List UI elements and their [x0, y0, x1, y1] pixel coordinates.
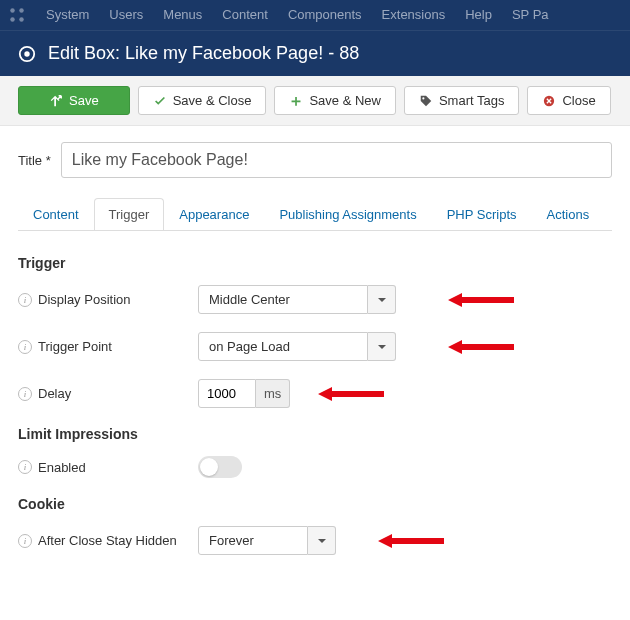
trigger-point-label: Trigger Point: [38, 339, 112, 354]
select-caret-button[interactable]: [368, 285, 396, 314]
svg-marker-9: [448, 340, 514, 354]
info-icon[interactable]: i: [18, 387, 32, 401]
close-label: Close: [562, 93, 595, 108]
svg-marker-11: [378, 534, 444, 548]
select-caret-button[interactable]: [368, 332, 396, 361]
svg-marker-10: [318, 387, 384, 401]
plus-icon: ＋: [289, 94, 303, 108]
section-heading-trigger: Trigger: [18, 255, 612, 271]
title-label: Title *: [18, 153, 51, 168]
topnav-menus[interactable]: Menus: [153, 0, 212, 30]
annotation-arrow: [448, 290, 514, 310]
annotation-arrow: [448, 337, 514, 357]
svg-point-2: [10, 17, 15, 22]
svg-point-3: [19, 17, 24, 22]
svg-point-1: [19, 8, 24, 13]
check-icon: [153, 94, 167, 108]
smart-tags-button[interactable]: Smart Tags: [404, 86, 520, 115]
admin-topnav: System Users Menus Content Components Ex…: [0, 0, 630, 30]
title-input[interactable]: [61, 142, 612, 178]
save-label: Save: [69, 93, 99, 108]
tag-icon: [419, 94, 433, 108]
save-close-button[interactable]: Save & Close: [138, 86, 267, 115]
display-position-value: Middle Center: [198, 285, 368, 314]
topnav-content[interactable]: Content: [212, 0, 278, 30]
tab-content[interactable]: Content: [18, 198, 94, 231]
info-icon[interactable]: i: [18, 293, 32, 307]
trigger-point-select[interactable]: on Page Load: [198, 332, 396, 361]
action-toolbar: Save Save & Close ＋ Save & New Smart Tag…: [0, 76, 630, 126]
caret-down-icon: [378, 298, 386, 302]
info-icon[interactable]: i: [18, 460, 32, 474]
info-icon[interactable]: i: [18, 340, 32, 354]
toggle-knob: [200, 458, 218, 476]
annotation-arrow: [318, 384, 384, 404]
svg-point-0: [10, 8, 15, 13]
tab-bar: Content Trigger Appearance Publishing As…: [18, 198, 612, 231]
svg-marker-8: [448, 293, 514, 307]
close-button[interactable]: Close: [527, 86, 610, 115]
topnav-extensions[interactable]: Extensions: [372, 0, 456, 30]
save-new-label: Save & New: [309, 93, 381, 108]
field-delay: i Delay ms: [18, 379, 612, 408]
delay-input[interactable]: [198, 379, 256, 408]
enabled-label: Enabled: [38, 460, 86, 475]
delay-label: Delay: [38, 386, 71, 401]
annotation-arrow: [378, 531, 444, 551]
target-icon: [18, 45, 36, 63]
tab-advanced[interactable]: Adva: [604, 198, 612, 231]
caret-down-icon: [378, 345, 386, 349]
svg-point-5: [24, 51, 29, 56]
save-close-label: Save & Close: [173, 93, 252, 108]
info-icon[interactable]: i: [18, 534, 32, 548]
save-new-button[interactable]: ＋ Save & New: [274, 86, 396, 115]
title-field-row: Title *: [18, 142, 612, 178]
enabled-toggle[interactable]: [198, 456, 242, 478]
field-enabled: i Enabled: [18, 456, 612, 478]
section-heading-cookie: Cookie: [18, 496, 612, 512]
section-heading-limit: Limit Impressions: [18, 426, 612, 442]
page-title: Edit Box: Like my Facebook Page! - 88: [48, 43, 359, 64]
topnav-help[interactable]: Help: [455, 0, 502, 30]
smart-tags-label: Smart Tags: [439, 93, 505, 108]
topnav-sp[interactable]: SP Pa: [502, 0, 559, 30]
trigger-point-value: on Page Load: [198, 332, 368, 361]
tab-appearance[interactable]: Appearance: [164, 198, 264, 231]
topnav-users[interactable]: Users: [99, 0, 153, 30]
after-close-value: Forever: [198, 526, 308, 555]
tab-publishing[interactable]: Publishing Assignments: [264, 198, 431, 231]
apply-icon: [49, 94, 63, 108]
caret-down-icon: [318, 539, 326, 543]
tab-php[interactable]: PHP Scripts: [432, 198, 532, 231]
content-area: Title * Content Trigger Appearance Publi…: [0, 126, 630, 589]
save-button[interactable]: Save: [18, 86, 130, 115]
tab-actions[interactable]: Actions: [532, 198, 605, 231]
delay-input-group: ms: [198, 379, 290, 408]
topnav-system[interactable]: System: [36, 0, 99, 30]
field-after-close: i After Close Stay Hidden Forever: [18, 526, 612, 555]
display-position-label: Display Position: [38, 292, 131, 307]
joomla-logo-icon: [8, 6, 26, 24]
page-titlebar: Edit Box: Like my Facebook Page! - 88: [0, 30, 630, 76]
svg-point-6: [422, 97, 424, 99]
topnav-components[interactable]: Components: [278, 0, 372, 30]
delay-unit: ms: [256, 379, 290, 408]
after-close-select[interactable]: Forever: [198, 526, 336, 555]
field-trigger-point: i Trigger Point on Page Load: [18, 332, 612, 361]
display-position-select[interactable]: Middle Center: [198, 285, 396, 314]
after-close-label: After Close Stay Hidden: [38, 533, 177, 548]
close-icon: [542, 94, 556, 108]
field-display-position: i Display Position Middle Center: [18, 285, 612, 314]
select-caret-button[interactable]: [308, 526, 336, 555]
tab-trigger[interactable]: Trigger: [94, 198, 165, 231]
